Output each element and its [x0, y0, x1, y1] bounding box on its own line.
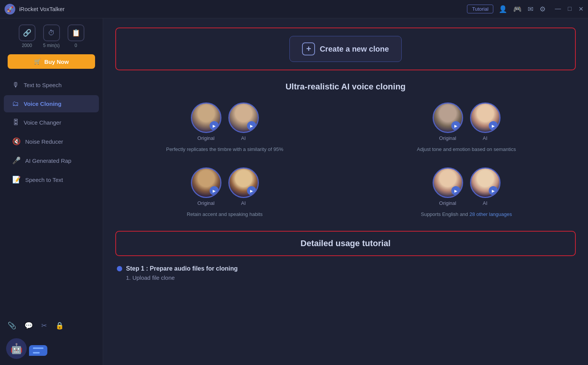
main-content: + Create a new clone Ultra-realistic AI … — [103, 18, 588, 365]
demo4-ai: ▶ AI — [470, 167, 501, 206]
voice-changer-label: Voice Changer — [24, 119, 61, 126]
voice-demo-3: ▶ Original ▶ AI Retain accent and speaki… — [115, 167, 334, 217]
speech-line-1 — [33, 347, 44, 349]
demo1-original: ▶ Original — [191, 102, 221, 141]
stt-label: Speech to Text — [25, 177, 63, 183]
step-1-sub: 1. Upload file clone — [117, 274, 574, 281]
step-1: Step 1 : Prepare audio files for cloning… — [115, 265, 576, 281]
voice-demo-2: ▶ Original ▶ AI Adjust tone and emotion … — [357, 102, 576, 152]
demo2-ai: ▶ AI — [470, 102, 501, 141]
bot-avatar: 🤖 — [6, 338, 97, 359]
demo4-ai-avatar: ▶ — [470, 167, 501, 198]
create-clone-container: + Create a new clone — [115, 28, 576, 70]
stat-count: 📋 0 — [68, 24, 84, 48]
demo3-ai: ▶ AI — [228, 167, 259, 206]
time-icon: ⏱ — [43, 24, 60, 41]
stt-icon: 📝 — [12, 175, 21, 184]
bot-speech-bubble — [29, 345, 47, 356]
cart-icon: 🛒 — [34, 58, 41, 65]
buy-now-label: Buy Now — [44, 58, 69, 65]
tutorial-button[interactable]: Tutorial — [467, 5, 493, 13]
step-1-title: Step 1 : Prepare audio files for cloning — [126, 265, 238, 272]
voice-demo-4: ▶ Original ▶ AI Supports English and 28 … — [357, 167, 576, 217]
sidebar-item-speech-to-text[interactable]: 📝 Speech to Text — [4, 171, 99, 188]
tutorial-section: Detailed usage tutorial — [115, 231, 576, 256]
demo4-original-label: Original — [439, 200, 456, 206]
demo1-ai: ▶ AI — [228, 102, 259, 141]
demo4-ai-label: AI — [483, 200, 487, 206]
demo1-ai-avatar: ▶ — [228, 102, 259, 133]
demo2-ai-play[interactable]: ▶ — [489, 121, 498, 130]
create-new-clone-button[interactable]: + Create a new clone — [289, 36, 401, 62]
noise-reducer-label: Noise Reducer — [25, 138, 63, 145]
ai-rap-icon: 🎤 — [12, 156, 21, 165]
demo3-original: ▶ Original — [191, 167, 221, 206]
demo1-original-play[interactable]: ▶ — [210, 121, 219, 130]
demo1-ai-label: AI — [241, 135, 246, 141]
sidebar: 🔗 2000 ⏱ 5 min(s) 📋 0 🛒 Buy Now 🎙 Text t… — [0, 18, 103, 365]
lock-icon[interactable]: 🔒 — [55, 321, 64, 330]
voice-changer-icon: 🎛 — [12, 118, 19, 127]
tts-label: Text to Speech — [24, 82, 61, 88]
sidebar-bottom-icons: 📎 💬 ✂ 🔒 — [0, 317, 103, 334]
demo1-desc: Perfectly replicates the timbre with a s… — [166, 146, 283, 152]
sidebar-item-voice-cloning[interactable]: 🗂 Voice Cloning — [4, 95, 99, 112]
stat-credits: 🔗 2000 — [19, 24, 36, 48]
demo2-original-label: Original — [439, 135, 456, 141]
demo3-ai-label: AI — [241, 200, 246, 206]
credits-icon: 🔗 — [19, 24, 36, 41]
demo2-original-play[interactable]: ▶ — [451, 121, 460, 130]
section-title: Ultra-realistic AI voice cloning — [115, 82, 576, 92]
logo-icon: 🚀 — [7, 6, 13, 12]
demo4-avatars: ▶ Original ▶ AI — [433, 167, 501, 206]
demo3-original-label: Original — [197, 200, 215, 206]
step-1-dot — [117, 266, 122, 271]
sidebar-stats: 🔗 2000 ⏱ 5 min(s) 📋 0 — [0, 24, 103, 48]
demo3-desc: Retain accent and speaking habits — [187, 211, 263, 217]
attachment-icon[interactable]: 📎 — [8, 321, 16, 330]
speech-line-2 — [33, 352, 40, 354]
demo1-original-avatar: ▶ — [191, 102, 221, 133]
ai-rap-label: AI Generated Rap — [25, 157, 71, 164]
chat-icon[interactable]: 💬 — [24, 321, 33, 330]
close-button[interactable]: ✕ — [578, 5, 583, 13]
minimize-button[interactable]: — — [555, 5, 561, 13]
mail-icon[interactable]: ✉ — [528, 5, 533, 13]
demo2-desc: Adjust tone and emotion based on semanti… — [417, 146, 516, 152]
sidebar-item-ai-generated-rap[interactable]: 🎤 AI Generated Rap — [4, 152, 99, 169]
scissors-icon[interactable]: ✂ — [41, 321, 47, 330]
sidebar-item-noise-reducer[interactable]: 🔇 Noise Reducer — [4, 133, 99, 150]
voice-demo-1: ▶ Original ▶ AI Perfectly replicates the… — [115, 102, 334, 152]
settings-icon[interactable]: ⚙ — [540, 5, 546, 13]
demo2-ai-avatar: ▶ — [470, 102, 501, 133]
demo4-original: ▶ Original — [433, 167, 463, 206]
window-controls: — □ ✕ — [555, 5, 583, 13]
sidebar-item-text-to-speech[interactable]: 🎙 Text to Speech — [4, 76, 99, 94]
create-clone-label: Create a new clone — [320, 45, 389, 54]
sidebar-item-voice-changer[interactable]: 🎛 Voice Changer — [4, 114, 99, 131]
demo4-desc-link[interactable]: 28 other languages — [469, 211, 512, 217]
bot-icon: 🤖 — [6, 338, 27, 359]
user-icon[interactable]: 👤 — [499, 5, 507, 13]
demo4-ai-play[interactable]: ▶ — [489, 186, 498, 195]
count-icon: 📋 — [68, 24, 84, 41]
voice-demos-grid: ▶ Original ▶ AI Perfectly replicates the… — [115, 102, 576, 217]
titlebar-icons: 👤 🎮 ✉ ⚙ — [499, 5, 546, 13]
discord-icon[interactable]: 🎮 — [513, 5, 522, 13]
credits-value: 2000 — [22, 43, 32, 48]
tts-icon: 🎙 — [12, 81, 19, 89]
maximize-button[interactable]: □ — [568, 5, 572, 13]
buy-now-button[interactable]: 🛒 Buy Now — [8, 54, 95, 69]
app-logo: 🚀 — [5, 4, 15, 15]
count-value: 0 — [74, 43, 77, 48]
demo2-original-avatar: ▶ — [433, 102, 463, 133]
demo4-original-play[interactable]: ▶ — [451, 186, 460, 195]
demo3-original-play[interactable]: ▶ — [210, 186, 219, 195]
demo2-ai-label: AI — [483, 135, 487, 141]
demo4-desc: Supports English and 28 other languages — [421, 211, 512, 217]
demo3-ai-play[interactable]: ▶ — [247, 186, 256, 195]
app-title: iRocket VoxTalker — [19, 6, 467, 12]
noise-reducer-icon: 🔇 — [12, 137, 21, 146]
demo1-ai-play[interactable]: ▶ — [247, 121, 256, 130]
demo1-original-label: Original — [197, 135, 215, 141]
